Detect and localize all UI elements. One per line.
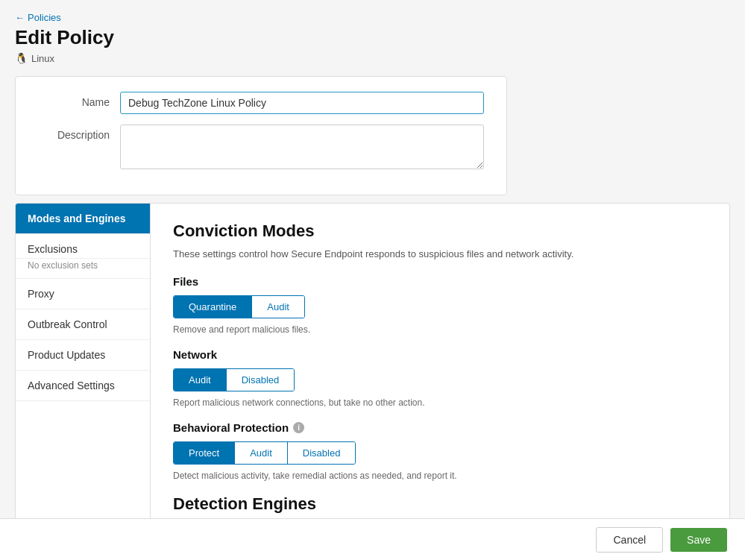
network-section: Network Audit Disabled Report malicious … xyxy=(173,348,707,408)
main-layout: Modes and Engines Exclusions No exclusio… xyxy=(15,203,730,552)
name-label: Name xyxy=(38,92,120,108)
files-section: Files Quarantine Audit Remove and report… xyxy=(173,275,707,335)
network-label: Network xyxy=(173,348,707,361)
breadcrumb-label: Policies xyxy=(28,12,61,23)
content-area: Conviction Modes These settings control … xyxy=(151,204,729,551)
footer-bar: Cancel Save xyxy=(0,518,745,560)
network-desc: Report malicious network connections, bu… xyxy=(173,397,707,408)
save-button[interactable]: Save xyxy=(670,528,727,552)
detection-title: Detection Engines xyxy=(173,494,707,514)
behavioral-btn-audit[interactable]: Audit xyxy=(235,442,288,464)
os-label: 🐧 Linux xyxy=(15,52,730,64)
linux-icon: 🐧 xyxy=(15,52,28,64)
description-label: Description xyxy=(38,125,120,141)
sidebar-modes-engines-label: Modes and Engines xyxy=(28,213,125,224)
section-title: Conviction Modes xyxy=(173,221,707,241)
behavioral-btn-disabled[interactable]: Disabled xyxy=(288,442,356,464)
sidebar-product-updates-label: Product Updates xyxy=(28,349,105,361)
sidebar-item-exclusions[interactable]: Exclusions xyxy=(16,234,150,259)
os-name: Linux xyxy=(31,53,54,64)
cancel-button[interactable]: Cancel xyxy=(596,527,663,553)
sidebar-advanced-label: Advanced Settings xyxy=(28,380,115,391)
sidebar-proxy-label: Proxy xyxy=(28,288,54,300)
files-desc: Remove and report malicious files. xyxy=(173,324,707,335)
back-link[interactable]: ← Policies xyxy=(15,12,730,23)
policy-form: Name Description xyxy=(15,76,507,195)
sidebar-item-product-updates[interactable]: Product Updates xyxy=(16,340,150,371)
name-row: Name xyxy=(38,92,484,114)
back-arrow-icon: ← xyxy=(15,12,25,23)
sidebar-exclusions-label: Exclusions xyxy=(28,243,78,255)
sidebar: Modes and Engines Exclusions No exclusio… xyxy=(16,204,151,551)
behavioral-desc: Detect malicious activity, take remedial… xyxy=(173,471,707,481)
files-btn-group: Quarantine Audit xyxy=(173,295,305,318)
network-btn-group: Audit Disabled xyxy=(173,368,295,391)
behavioral-info-icon[interactable]: i xyxy=(293,422,304,433)
description-input[interactable] xyxy=(120,125,484,169)
sidebar-item-outbreak-control[interactable]: Outbreak Control xyxy=(16,309,150,340)
behavioral-btn-group: Protect Audit Disabled xyxy=(173,441,356,465)
page-title: Edit Policy xyxy=(15,26,730,49)
behavioral-section: Behavioral Protection i Protect Audit Di… xyxy=(173,421,707,481)
behavioral-btn-protect[interactable]: Protect xyxy=(174,442,235,464)
files-btn-quarantine[interactable]: Quarantine xyxy=(174,296,252,318)
network-btn-disabled[interactable]: Disabled xyxy=(227,369,295,391)
files-btn-audit[interactable]: Audit xyxy=(252,296,304,318)
sidebar-item-modes-engines[interactable]: Modes and Engines xyxy=(16,204,150,234)
name-input[interactable] xyxy=(120,92,484,114)
behavioral-header: Behavioral Protection i xyxy=(173,421,707,434)
description-row: Description xyxy=(38,125,484,169)
network-btn-audit[interactable]: Audit xyxy=(174,369,227,391)
files-label: Files xyxy=(173,275,707,288)
behavioral-label: Behavioral Protection xyxy=(173,421,289,434)
sidebar-item-proxy[interactable]: Proxy xyxy=(16,279,150,309)
section-desc: These settings control how Secure Endpoi… xyxy=(173,247,707,262)
sidebar-exclusions-sub: No exclusion sets xyxy=(16,259,150,279)
sidebar-item-advanced-settings[interactable]: Advanced Settings xyxy=(16,371,150,401)
sidebar-outbreak-label: Outbreak Control xyxy=(28,318,107,330)
